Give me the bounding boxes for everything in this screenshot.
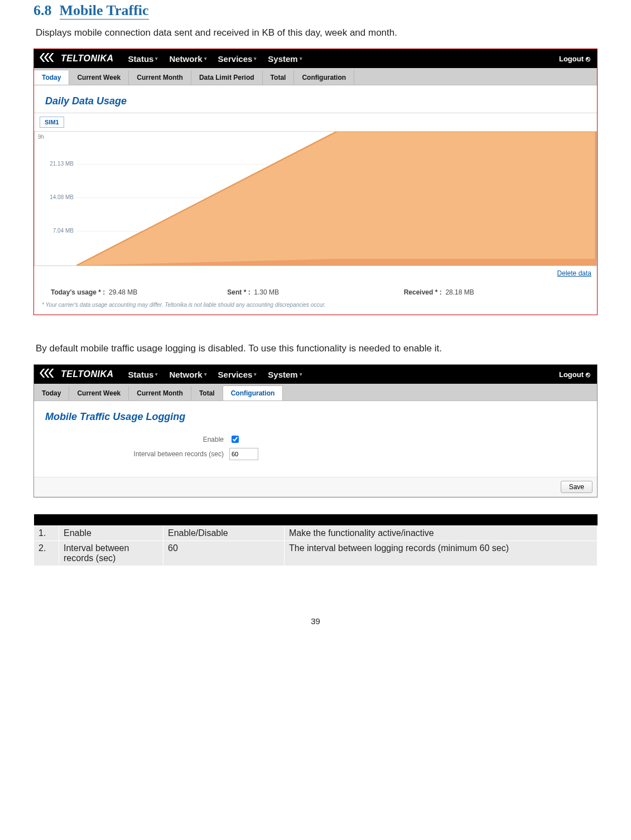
save-bar: Save xyxy=(34,477,597,497)
tab2-configuration[interactable]: Configuration xyxy=(223,385,283,400)
menu-system-2[interactable]: System▾ xyxy=(268,370,302,379)
section-title: Mobile Traffic xyxy=(60,2,149,20)
brand-logo-2: TELTONIKA xyxy=(34,369,114,380)
chevron-down-icon: ▾ xyxy=(254,371,257,377)
panel-title: Daily Data Usage xyxy=(34,85,597,113)
tab-data-limit-period[interactable]: Data Limit Period xyxy=(191,70,263,85)
main-menu: Status▾ Network▾ Services▾ System▾ xyxy=(128,54,302,64)
cell-sample: 60 xyxy=(163,541,285,566)
cell-num: 1. xyxy=(34,526,59,541)
intro-text-2: By default mobile traffic usage logging … xyxy=(36,343,598,354)
svg-marker-3 xyxy=(76,132,596,265)
app-bar: TELTONIKA Status▾ Network▾ Services▾ Sys… xyxy=(34,49,597,68)
chevron-down-icon: ▾ xyxy=(155,371,158,377)
menu-services[interactable]: Services▾ xyxy=(218,54,257,64)
row-interval: Interval between records (sec) xyxy=(45,448,586,460)
svg-marker-7 xyxy=(49,369,54,378)
logout-link[interactable]: Logout⎋ xyxy=(559,55,597,63)
tab-today[interactable]: Today xyxy=(34,70,69,85)
cell-name: Enable xyxy=(59,526,163,541)
chevron-down-icon: ▾ xyxy=(300,56,302,61)
tab-current-week[interactable]: Current Week xyxy=(69,70,129,85)
sent-label: Sent * : xyxy=(227,288,250,296)
main-menu-2: Status▾ Network▾ Services▾ System▾ xyxy=(128,370,302,379)
sim-tab[interactable]: SIM1 xyxy=(40,117,64,128)
enable-checkbox[interactable] xyxy=(232,436,239,443)
chart: 9h 21.13 MB 14.08 MB 7.04 MB xyxy=(34,132,597,266)
menu-status-2[interactable]: Status▾ xyxy=(128,370,158,379)
brand-logo: TELTONIKA xyxy=(34,53,114,64)
menu-system[interactable]: System▾ xyxy=(268,54,302,64)
menu-network-2[interactable]: Network▾ xyxy=(169,370,206,379)
chevron-down-icon: ▾ xyxy=(300,371,302,377)
brand-text: TELTONIKA xyxy=(61,54,114,64)
tabbar-2: Today Current Week Current Month Total C… xyxy=(34,384,597,401)
tab-total[interactable]: Total xyxy=(263,70,295,85)
delete-data-link[interactable]: Delete data xyxy=(557,269,591,277)
menu-network[interactable]: Network▾ xyxy=(169,54,206,64)
received-value: 28.18 MB xyxy=(445,288,474,296)
cell-name: Interval between records (sec) xyxy=(59,541,163,566)
cell-num: 2. xyxy=(34,541,59,566)
chart-area xyxy=(76,132,596,265)
chart-y-top: 9h xyxy=(38,134,44,140)
row-enable: Enable xyxy=(45,434,586,445)
cell-expl: Make the functionality active/inactive xyxy=(285,526,598,541)
cell-sample: Enable/Disable xyxy=(163,526,285,541)
received-label: Received * : xyxy=(404,288,442,296)
chart-wrap: 9h 21.13 MB 14.08 MB 7.04 MB xyxy=(34,132,597,266)
chart-y-3: 7.04 MB xyxy=(53,228,74,234)
cell-expl: The interval between logging records (mi… xyxy=(285,541,598,566)
menu-services-2[interactable]: Services▾ xyxy=(218,370,257,379)
section-heading: 6.8 Mobile Traffic xyxy=(33,2,598,20)
table-row: 2. Interval between records (sec) 60 The… xyxy=(34,541,598,566)
app-bar-2: TELTONIKA Status▾ Network▾ Services▾ Sys… xyxy=(34,365,597,384)
chart-y-2: 14.08 MB xyxy=(50,194,74,200)
sim-row: SIM1 xyxy=(34,113,597,132)
interval-label: Interval between records (sec) xyxy=(45,450,229,458)
svg-marker-2 xyxy=(49,53,54,62)
chevron-down-icon: ▾ xyxy=(254,56,257,61)
chart-y-1: 21.13 MB xyxy=(50,161,74,167)
menu-status[interactable]: Status▾ xyxy=(128,54,158,64)
brand-text-2: TELTONIKA xyxy=(61,369,114,379)
tab2-today[interactable]: Today xyxy=(34,386,69,400)
page-number: 39 xyxy=(33,616,598,626)
disclaimer: * Your carrier's data usage accounting m… xyxy=(34,302,597,315)
table-row: 1. Enable Enable/Disable Make the functi… xyxy=(34,526,598,541)
today-usage-label: Today's usage * : xyxy=(51,288,105,296)
interval-input[interactable] xyxy=(229,448,258,460)
today-usage-value: 29.48 MB xyxy=(109,288,137,296)
enable-label: Enable xyxy=(45,436,229,443)
tab-configuration[interactable]: Configuration xyxy=(294,70,354,85)
panel-title-2: Mobile Traffic Usage Logging xyxy=(34,401,597,428)
save-button[interactable]: Save xyxy=(561,481,593,493)
chevron-down-icon: ▾ xyxy=(155,56,158,61)
tab2-current-month[interactable]: Current Month xyxy=(129,386,191,400)
params-table: 1. Enable Enable/Disable Make the functi… xyxy=(33,514,598,566)
tab-current-month[interactable]: Current Month xyxy=(129,70,191,85)
tabbar: Today Current Week Current Month Data Li… xyxy=(34,68,597,85)
brand-chevrons-icon xyxy=(40,369,57,380)
screenshot-daily-usage: TELTONIKA Status▾ Network▾ Services▾ Sys… xyxy=(33,49,598,315)
tab2-total[interactable]: Total xyxy=(191,386,223,400)
screenshot-logging-config: TELTONIKA Status▾ Network▾ Services▾ Sys… xyxy=(33,364,598,498)
intro-text-1: Displays mobile connection data sent and… xyxy=(36,27,598,38)
tab2-current-week[interactable]: Current Week xyxy=(69,386,129,400)
logout-icon: ⎋ xyxy=(586,55,590,63)
sent-value: 1.30 MB xyxy=(254,288,279,296)
stats-row: Today's usage * : 29.48 MB Sent * : 1.30… xyxy=(34,277,597,302)
chevron-down-icon: ▾ xyxy=(204,371,207,377)
chevron-down-icon: ▾ xyxy=(204,56,207,61)
logout-link-2[interactable]: Logout⎋ xyxy=(559,370,597,379)
logout-icon: ⎋ xyxy=(586,370,590,379)
section-number: 6.8 xyxy=(33,2,52,19)
brand-chevrons-icon xyxy=(40,53,57,64)
